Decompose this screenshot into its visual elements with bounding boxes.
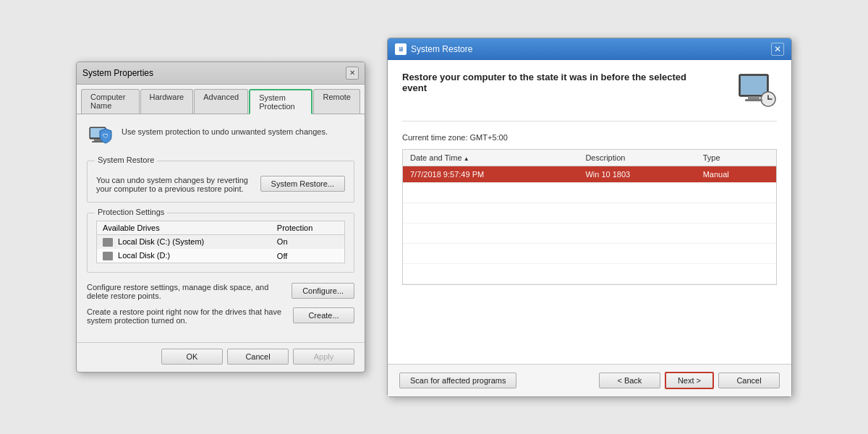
restore-point-row[interactable]: 7/7/2018 9:57:49 PM Win 10 1803 Manual [403,166,776,182]
restore-point-row-empty-5 [403,263,776,284]
restore-table-container: Date and Time Description Type 7/7/2018 … [402,149,777,285]
table-row: Local Disk (D:) Off [97,249,345,263]
configure-text: Configure restore settings, manage disk … [87,283,284,300]
tab-computer-name[interactable]: Computer Name [81,89,140,114]
system-properties-tabs: Computer Name Hardware Advanced System P… [77,85,365,114]
timezone-label: Current time zone: GMT+5:00 [402,133,777,142]
system-restore-button[interactable]: System Restore... [260,176,345,192]
system-restore-group: System Restore You can undo system chang… [87,161,354,203]
col-protection: Protection [271,221,345,234]
tab-advanced[interactable]: Advanced [194,89,248,114]
tab-remote[interactable]: Remote [313,89,360,114]
restore-header-row: Restore your computer to the state it wa… [402,72,777,122]
restore-title-icon: 🖥 [395,43,407,55]
restore-header-icon [736,72,777,112]
drive-d-name: Local Disk (D:) [118,251,170,260]
system-restore-dialog: 🖥 System Restore ✕ Restore your computer… [387,38,792,397]
drive-icon-d [103,252,113,260]
system-restore-dialog-title: System Restore [411,44,472,54]
system-properties-titlebar: System Properties ✕ [77,62,365,85]
protection-header-text: Use system protection to undo unwanted s… [122,124,328,136]
restore-point-row-empty-4 [403,243,776,263]
protection-settings-table: Available Drives Protection Local Disk (… [96,221,345,263]
create-row: Create a restore point right now for the… [87,307,354,325]
configure-row: Configure restore settings, manage disk … [87,283,354,300]
table-row: Local Disk (C:) (System) On [97,234,345,249]
apply-button[interactable]: Apply [293,349,354,365]
system-restore-titlebar: 🖥 System Restore ✕ [388,38,791,60]
restore-footer-buttons: < Back Next > Cancel [599,372,780,389]
create-button[interactable]: Create... [293,307,354,323]
restore-point-description: Win 10 1803 [578,166,695,182]
create-text: Create a restore point right now for the… [87,307,286,325]
drive-c-protection: On [271,234,345,249]
system-restore-close-button[interactable]: ✕ [771,43,784,56]
restore-point-row-empty-3 [403,223,776,243]
system-restore-main: Restore your computer to the state it wa… [388,60,791,364]
protection-settings-group: Protection Settings Available Drives Pro… [87,213,354,273]
drive-d-protection: Off [271,249,345,263]
col-type[interactable]: Type [696,150,776,166]
system-restore-description: You can undo system changes by reverting… [96,176,253,193]
restore-bottom-bar: Scan for affected programs < Back Next >… [388,364,791,396]
protection-header: 🛡 Use system protection to undo unwanted… [87,124,354,150]
system-props-bottom-buttons: OK Cancel Apply [77,342,365,372]
protection-settings-label: Protection Settings [95,208,167,216]
system-protection-tab-content: 🛡 Use system protection to undo unwanted… [77,114,365,342]
col-date-time[interactable]: Date and Time [403,150,578,166]
restore-point-type: Manual [696,166,776,182]
cancel-button[interactable]: Cancel [227,349,289,365]
ok-button[interactable]: OK [161,349,223,365]
svg-rect-10 [748,96,760,99]
svg-rect-6 [741,76,767,95]
drive-c-name: Local Disk (C:) (System) [118,237,204,246]
restore-point-datetime: 7/7/2018 9:57:49 PM [403,166,578,182]
protection-icon: 🛡 [87,124,113,150]
col-description[interactable]: Description [578,150,695,166]
system-properties-title: System Properties [82,68,153,78]
tab-hardware[interactable]: Hardware [140,89,194,114]
system-restore-title-left: 🖥 System Restore [395,43,472,55]
scan-affected-programs-button[interactable]: Scan for affected programs [399,373,516,388]
system-properties-dialog: System Properties ✕ Computer Name Hardwa… [76,61,365,373]
system-restore-section: You can undo system changes by reverting… [96,176,345,193]
tab-system-protection[interactable]: System Protection [249,89,312,114]
drive-icon-c [103,238,113,247]
back-button[interactable]: < Back [599,373,660,388]
configure-button[interactable]: Configure... [292,283,354,299]
restore-points-table: Date and Time Description Type 7/7/2018 … [403,150,776,284]
svg-text:🛡: 🛡 [103,133,109,140]
restore-header-text: Restore your computer to the state it wa… [402,72,692,93]
col-available-drives: Available Drives [97,221,271,234]
next-button[interactable]: Next > [665,372,714,389]
cancel-restore-button[interactable]: Cancel [718,373,780,388]
restore-point-row-empty-2 [403,203,776,223]
svg-rect-11 [745,99,762,101]
system-restore-label: System Restore [95,156,157,164]
restore-point-row-empty-1 [403,182,776,203]
system-properties-close-button[interactable]: ✕ [346,67,359,80]
